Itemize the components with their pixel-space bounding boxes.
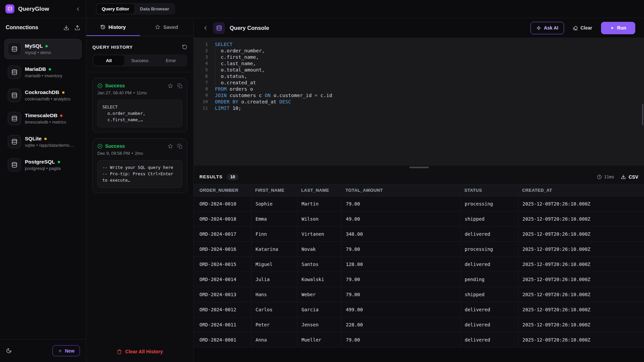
trash-icon — [117, 349, 122, 354]
new-connection-button[interactable]: New — [52, 345, 80, 356]
panel-resize-handle[interactable] — [409, 167, 429, 168]
connection-status-dot — [49, 68, 51, 71]
ask-ai-label: Ask AI — [544, 25, 558, 31]
sql-code-text: o.total_amount, — [215, 67, 265, 73]
history-filter-all[interactable]: All — [93, 55, 124, 65]
app-logo-database-icon — [5, 4, 14, 13]
connection-item-timescaledb[interactable]: TimescaleDB timescaledb • metrics — [4, 108, 82, 129]
history-card-meta: Dec 9, 09:56 PM•2ms — [97, 151, 182, 156]
table-cell: Carlos — [251, 302, 297, 317]
clear-editor-button[interactable]: Clear — [569, 22, 596, 34]
star-icon[interactable] — [168, 144, 173, 149]
theme-toggle-button[interactable] — [6, 348, 12, 354]
table-row[interactable]: ORD-2024-0014JuliaKowalski79.00pending20… — [194, 272, 644, 287]
history-card-sql-preview: SELECT o.order_number, c.first_name,… — [97, 100, 182, 127]
star-icon — [155, 25, 160, 30]
connection-item-mysql[interactable]: MySQL mysql • demo — [4, 39, 82, 59]
table-cell: Novak — [297, 242, 341, 257]
copy-icon[interactable] — [177, 83, 182, 88]
connection-subtitle: sqlite • /app/data/demo.... — [25, 143, 74, 148]
table-row[interactable]: ORD-2024-0016KatarinaNovak79.00processin… — [194, 242, 644, 257]
table-cell: Jensen — [297, 317, 341, 332]
history-card[interactable]: Success Dec 9, 09:56 PM•2ms -- Write you… — [92, 138, 187, 193]
connection-item-postgresql[interactable]: PostgreSQL postgresql • pagila — [4, 155, 82, 175]
sql-editor-line: 10ORDER BY o.created_at DESC — [194, 98, 644, 105]
table-row[interactable]: ORD-2024-0011PeterJensen228.00delivered2… — [194, 317, 644, 332]
sidebar-collapse-button[interactable] — [75, 6, 81, 12]
export-csv-button[interactable]: CSV — [621, 174, 638, 180]
table-cell: 79.00 — [341, 272, 460, 287]
results-table-header: ORDER_NUMBERFIRST_NAMELAST_NAMETOTAL_AMO… — [194, 184, 644, 196]
results-count-badge: 10 — [227, 174, 238, 180]
check-circle-icon — [97, 83, 102, 88]
table-cell: shipped — [460, 212, 518, 226]
topbar: Query EditorData Browser — [86, 0, 644, 18]
connection-subtitle: postgresql • pagila — [25, 166, 60, 171]
tab-history[interactable]: History — [86, 18, 140, 36]
table-cell: Martin — [297, 196, 341, 211]
ask-ai-button[interactable]: Ask AI — [531, 22, 564, 34]
mode-tab-query-editor[interactable]: Query Editor — [97, 4, 134, 14]
import-connections-button[interactable] — [63, 25, 69, 31]
export-connections-button[interactable] — [75, 25, 80, 31]
connection-status-dot — [62, 91, 64, 94]
sql-code-text: o.status, — [215, 74, 247, 79]
connection-item-sqlite[interactable]: SQLite sqlite • /app/data/demo.... — [4, 132, 82, 152]
database-icon — [8, 42, 21, 56]
brand-header: QueryGlow — [0, 0, 86, 18]
mode-tab-data-browser[interactable]: Data Browser — [135, 4, 174, 14]
clear-all-history-button[interactable]: Clear All History — [86, 341, 193, 362]
sql-code-text: SELECT — [215, 42, 232, 47]
history-filter-error[interactable]: Error — [155, 55, 186, 65]
table-cell: shipped — [460, 287, 518, 302]
table-cell: 2025-12-09T20:26:10.000Z — [518, 272, 644, 287]
sql-editor-line: 4 c.last_name, — [194, 60, 644, 66]
star-icon[interactable] — [168, 83, 173, 88]
copy-icon[interactable] — [177, 144, 182, 149]
sql-editor-line: 5 o.total_amount, — [194, 66, 644, 73]
history-panel-tab-label: History — [108, 24, 126, 30]
editor-scrollbar-thumb[interactable] — [642, 104, 643, 125]
table-cell: Julia — [251, 272, 297, 287]
refresh-history-button[interactable] — [182, 44, 187, 50]
history-filter-success[interactable]: Success — [124, 55, 155, 65]
table-cell: delivered — [460, 227, 518, 241]
table-cell: ORD-2024-0014 — [194, 272, 251, 287]
app-title: QueryGlow — [18, 6, 72, 12]
sql-code-text: JOIN customers c ON o.customer_id = c.id — [215, 93, 332, 98]
main-area: Query Console Ask AI Clear Run 1SELECT2 … — [194, 18, 644, 362]
table-row[interactable]: ORD-2024-0013HansWeber79.00shipped2025-1… — [194, 287, 644, 302]
table-row[interactable]: ORD-2024-0018EmmaWilson49.00shipped2025-… — [194, 212, 644, 227]
table-row[interactable]: ORD-2024-0012CarlosGarcia499.00delivered… — [194, 302, 644, 317]
table-cell: Weber — [297, 287, 341, 302]
sql-editor-line: 3 c.first_name, — [194, 54, 644, 60]
table-cell: 2025-12-09T20:26:10.000Z — [518, 287, 644, 302]
table-row[interactable]: ORD-2024-0015MiguelSantos128.00delivered… — [194, 257, 644, 272]
moon-icon — [6, 348, 12, 354]
column-header-total_amount: TOTAL_AMOUNT — [341, 184, 460, 196]
back-button[interactable] — [202, 25, 209, 31]
run-query-button[interactable]: Run — [601, 22, 635, 34]
table-cell: Katarina — [251, 242, 297, 257]
table-cell: 49.00 — [341, 212, 460, 226]
history-card[interactable]: Success Jan 27, 08:40 PM•11ms SELECT o.o… — [92, 78, 187, 132]
table-cell: Santos — [297, 257, 341, 272]
table-row[interactable]: ORD-2024-0017FinnVirtanen348.00delivered… — [194, 227, 644, 242]
connection-item-mariadb[interactable]: MariaDB mariadb • inventory — [4, 62, 82, 82]
connection-item-cockroachdb[interactable]: CockroachDB cockroachdb • analytics — [4, 85, 82, 105]
column-header-last_name: LAST_NAME — [297, 184, 341, 196]
database-icon — [8, 65, 21, 79]
sql-editor-line: 11LIMIT 10; — [194, 105, 644, 111]
console-title: Query Console — [230, 25, 269, 31]
table-row[interactable]: ORD-2024-0010SophieMartin79.00processing… — [194, 196, 644, 212]
mode-tab-label: Query Editor — [102, 6, 129, 11]
sql-editor-line: 8FROM orders o — [194, 86, 644, 92]
tab-saved[interactable]: Saved — [140, 18, 194, 36]
sql-editor[interactable]: 1SELECT2 o.order_number,3 c.first_name,4… — [194, 38, 644, 166]
panel-resize-strip — [194, 166, 644, 170]
table-row[interactable]: ORD-2024-0001AnnaMueller79.00delivered20… — [194, 332, 644, 348]
query-history-header: QUERY HISTORY — [86, 36, 193, 54]
sql-code-text: FROM orders o — [215, 86, 253, 92]
database-icon — [8, 112, 21, 125]
query-duration-value: 11ms — [604, 174, 614, 179]
